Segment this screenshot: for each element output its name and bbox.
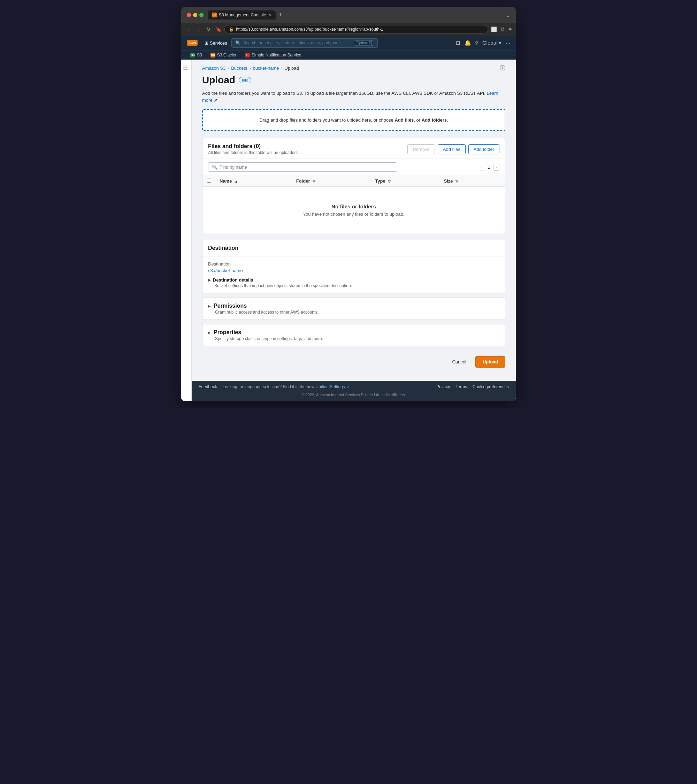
cancel-button[interactable]: Cancel xyxy=(447,357,471,367)
privacy-link[interactable]: Privacy xyxy=(436,384,450,389)
properties-section: ▶ Properties Specify storage class, encr… xyxy=(202,324,505,346)
breadcrumb-buckets[interactable]: Buckets xyxy=(231,66,247,71)
bookmark-button[interactable]: 🔖 xyxy=(215,26,222,32)
sns-tab-badge: S xyxy=(245,53,250,58)
size-column-header[interactable]: Size ▽ xyxy=(440,175,505,187)
reload-button[interactable]: ↻ xyxy=(205,26,212,32)
feedback-link[interactable]: Feedback xyxy=(199,384,217,389)
s3-tab-badge: S3 xyxy=(190,53,195,58)
notifications-icon[interactable]: 🔔 xyxy=(465,40,471,46)
maximize-button[interactable] xyxy=(199,13,204,17)
tab-favicon: S3 xyxy=(212,13,217,17)
permissions-toggle[interactable]: ▶ Permissions Grant public access and ac… xyxy=(203,298,505,320)
remove-button[interactable]: Remove xyxy=(407,144,435,154)
browser-controls: ⌄ xyxy=(506,12,510,18)
search-box-icon: 🔍 xyxy=(212,165,218,170)
destination-section: Destination Destination s3://bucket-name… xyxy=(202,240,505,293)
search-shortcut: [Option+S] xyxy=(354,40,374,46)
permissions-arrow-icon: ▶ xyxy=(208,304,211,308)
tab-title: S3 Management Console xyxy=(219,13,266,17)
extension-icon[interactable]: 🖥 xyxy=(501,26,505,32)
more-menu[interactable]: ··· xyxy=(506,40,510,46)
breadcrumb-amazon-s3[interactable]: Amazon S3 xyxy=(202,66,226,71)
search-box[interactable]: 🔍 xyxy=(208,162,397,172)
service-tab-s3-glacier[interactable]: S3 S3 Glacier xyxy=(207,51,240,59)
breadcrumb: Amazon S3 › Buckets › bucket-name › Uplo… xyxy=(202,66,299,71)
destination-value[interactable]: s3://bucket-name xyxy=(208,268,243,273)
add-files-button[interactable]: Add files xyxy=(438,144,466,154)
toggle-arrow-icon: ▶ xyxy=(208,278,211,282)
page-description: Add the files and folders you want to up… xyxy=(202,90,505,104)
select-all-checkbox[interactable] xyxy=(207,178,211,183)
drop-zone[interactable]: Drag and drop files and folders you want… xyxy=(202,109,505,131)
prev-page-button[interactable]: ‹ xyxy=(479,164,485,171)
glacier-tab-badge: S3 xyxy=(211,53,215,58)
name-column-header[interactable]: Name ▲ xyxy=(215,175,292,187)
lock-icon: 🔒 xyxy=(229,27,234,32)
url-text: https://s3.console.aws.amazon.com/s3/upl… xyxy=(236,27,383,32)
footer-language-text: Looking for language selection? Find it … xyxy=(223,384,349,389)
add-folders-text: Add folders xyxy=(422,117,447,123)
services-button[interactable]: ⊞ Services xyxy=(200,40,231,46)
properties-toggle[interactable]: ▶ Properties Specify storage class, encr… xyxy=(203,324,505,346)
destination-details-toggle[interactable]: ▶ Destination details xyxy=(208,277,499,283)
terms-link[interactable]: Terms xyxy=(455,384,467,389)
upload-button[interactable]: Upload xyxy=(475,356,505,367)
properties-title: Properties xyxy=(214,329,241,336)
info-badge[interactable]: Info xyxy=(239,77,251,83)
tab-close-button[interactable]: ✕ xyxy=(268,13,272,17)
info-circle-icon[interactable]: ⓘ xyxy=(500,64,505,72)
cookie-prefs-link[interactable]: Cookie preferences xyxy=(473,384,509,389)
minimize-button[interactable] xyxy=(193,13,197,17)
forward-button[interactable]: › xyxy=(195,26,202,32)
files-table: Name ▲ Folder ▽ Type ▽ xyxy=(203,175,505,234)
hamburger-icon[interactable]: ☰ xyxy=(183,64,188,71)
search-input[interactable] xyxy=(219,165,394,170)
close-button[interactable] xyxy=(187,13,191,17)
page-footer: Feedback Looking for language selection?… xyxy=(192,381,516,393)
empty-title: No files or folders xyxy=(221,204,487,209)
page-number: 1 xyxy=(488,165,490,170)
terminal-icon[interactable]: ⊡ xyxy=(456,40,460,46)
grid-icon: ⊞ xyxy=(204,40,208,46)
back-button[interactable]: ‹ xyxy=(185,26,192,32)
destination-title: Destination xyxy=(208,245,499,251)
sidebar-left: ☰ xyxy=(181,59,192,401)
empty-state: No files or folders You have not chosen … xyxy=(207,189,501,231)
permissions-desc: Grant public access and access to other … xyxy=(215,310,499,315)
sidebar-toggle-icon[interactable]: ⬜ xyxy=(491,26,497,32)
empty-desc: You have not chosen any files or folders… xyxy=(221,211,487,217)
properties-desc: Specify storage class, encryption settin… xyxy=(215,336,499,341)
destination-label: Destination xyxy=(208,261,499,267)
menu-icon[interactable]: ≡ xyxy=(509,26,512,32)
folder-column-header[interactable]: Folder ▽ xyxy=(292,175,371,187)
aws-logo: aws xyxy=(187,40,198,46)
next-page-button[interactable]: › xyxy=(493,164,499,171)
search-input[interactable] xyxy=(243,40,351,45)
page-title: Upload xyxy=(202,74,235,86)
active-tab[interactable]: S3 S3 Management Console ✕ xyxy=(208,10,276,20)
service-tab-s3[interactable]: S3 S3 xyxy=(187,51,206,59)
new-tab-button[interactable]: + xyxy=(277,12,284,19)
global-selector[interactable]: Global ▾ xyxy=(482,40,502,46)
files-panel: Files and folders (0) All files and fold… xyxy=(202,138,505,234)
url-bar[interactable]: 🔒 https://s3.console.aws.amazon.com/s3/u… xyxy=(224,25,488,33)
unified-settings-link[interactable]: Unified Settings ↗ xyxy=(316,384,349,389)
type-column-header[interactable]: Type ▽ xyxy=(371,175,440,187)
breadcrumb-bucket-name[interactable]: bucket-name xyxy=(253,66,279,71)
footer-actions: Cancel Upload xyxy=(202,351,505,371)
drop-zone-text: Drag and drop files and folders you want… xyxy=(259,117,393,123)
aws-search-bar[interactable]: 🔍 [Option+S] xyxy=(231,38,378,48)
properties-arrow-icon: ▶ xyxy=(208,331,211,334)
breadcrumb-current: Upload xyxy=(285,66,299,71)
permissions-title: Permissions xyxy=(214,303,247,309)
add-folder-button[interactable]: Add folder xyxy=(468,144,499,154)
search-icon: 🔍 xyxy=(235,40,241,45)
help-icon[interactable]: ? xyxy=(475,40,478,46)
destination-details-desc: Bucket settings that impact new objects … xyxy=(214,283,499,288)
service-tab-sns[interactable]: S Simple Notification Service xyxy=(242,51,305,59)
permissions-section: ▶ Permissions Grant public access and ac… xyxy=(202,298,505,320)
files-panel-title: Files and folders xyxy=(208,143,252,149)
files-subtitle: All files and folders in this table will… xyxy=(208,150,298,155)
files-count: (0) xyxy=(254,143,261,149)
